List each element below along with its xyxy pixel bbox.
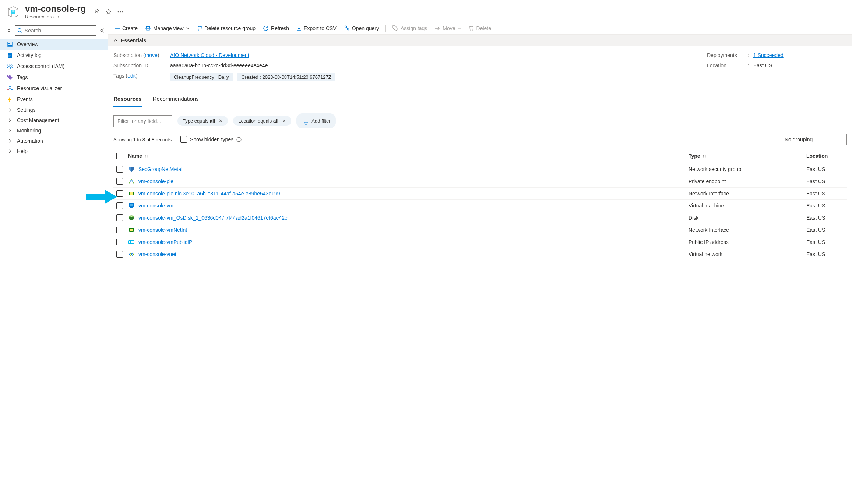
open-query-button[interactable]: Open query	[343, 25, 380, 32]
resource-link[interactable]: vm-console-vmNetInt	[138, 227, 187, 233]
pin-icon[interactable]	[94, 9, 100, 15]
tags-label: Tags (edit)	[113, 73, 164, 81]
table-row[interactable]: vm-console-plePrivate endpointEast US	[113, 175, 847, 188]
sidebar-search-input[interactable]	[25, 28, 94, 33]
edit-tags-link[interactable]: edit	[127, 73, 136, 79]
resource-link[interactable]: SecGroupNetMetal	[138, 166, 182, 172]
endpoint-icon	[128, 178, 135, 185]
events-icon	[7, 96, 13, 103]
svg-point-24	[394, 26, 394, 27]
sidebar-search[interactable]	[15, 25, 96, 36]
svg-rect-45	[132, 229, 133, 231]
sort-icon: ↑↓	[830, 154, 834, 158]
delete-rg-button[interactable]: Delete resource group	[196, 25, 257, 32]
table-row[interactable]: vm-console-vnetVirtual networkEast US	[113, 248, 847, 260]
refresh-button[interactable]: Refresh	[262, 25, 290, 32]
svg-point-15	[11, 65, 12, 66]
table-row[interactable]: vm-console-vmNetIntNetwork InterfaceEast…	[113, 224, 847, 236]
move-subscription-link[interactable]: move	[145, 52, 158, 58]
resource-type: Public IP address	[689, 239, 806, 245]
column-type[interactable]: Type↑↓	[689, 153, 806, 159]
expand-icon[interactable]	[7, 28, 12, 33]
sidebar-item-label: Events	[17, 96, 33, 102]
table-row[interactable]: vm-console-vm_OsDisk_1_0636d047f7f44ad2a…	[113, 212, 847, 224]
show-hidden-checkbox[interactable]	[180, 136, 187, 143]
svg-rect-47	[129, 241, 130, 243]
svg-rect-6	[7, 42, 13, 46]
select-all-checkbox[interactable]	[116, 153, 123, 159]
sidebar-item-resource-visualizer[interactable]: Resource visualizer	[0, 83, 108, 94]
resource-link[interactable]: vm-console-vm_OsDisk_1_0636d047f7f44ad2a…	[138, 215, 288, 221]
sidebar-item-settings[interactable]: Settings	[0, 105, 108, 115]
sidebar-item-events[interactable]: Events	[0, 94, 108, 105]
sidebar-item-tags[interactable]: Tags	[0, 72, 108, 83]
resource-link[interactable]: vm-console-vmPublicIP	[138, 239, 192, 245]
collapse-sidebar-icon[interactable]	[99, 28, 105, 33]
svg-rect-9	[8, 45, 12, 46]
row-checkbox[interactable]	[116, 251, 123, 258]
close-icon[interactable]: ✕	[219, 118, 223, 124]
subscription-link[interactable]: AfO Network Cloud - Development	[170, 52, 249, 58]
essentials-toggle[interactable]: Essentials	[108, 35, 852, 46]
tab-recommendations[interactable]: Recommendations	[153, 96, 199, 107]
svg-point-16	[8, 75, 9, 76]
create-button[interactable]: Create	[113, 25, 138, 32]
row-checkbox[interactable]	[116, 202, 123, 209]
info-icon[interactable]	[236, 137, 242, 142]
sidebar-item-access-control-iam-[interactable]: Access control (IAM)	[0, 61, 108, 72]
sidebar-item-label: Tags	[17, 74, 28, 80]
svg-point-2	[120, 11, 121, 12]
sidebar-item-overview[interactable]: Overview	[0, 39, 108, 50]
row-checkbox[interactable]	[116, 214, 123, 221]
sidebar-item-help[interactable]: Help	[0, 146, 108, 156]
filter-input[interactable]	[113, 115, 172, 127]
resource-link[interactable]: vm-console-vnet	[138, 251, 176, 257]
sidebar-item-monitoring[interactable]: Monitoring	[0, 125, 108, 136]
svg-point-51	[133, 254, 134, 255]
filter-pill-type[interactable]: Type equals all✕	[177, 116, 228, 126]
chevron-right-icon	[7, 108, 13, 112]
vnet-icon	[128, 251, 135, 258]
manage-view-button[interactable]: Manage view	[144, 25, 190, 32]
table-row[interactable]: vm-console-vmPublicIPPublic IP addressEa…	[113, 236, 847, 248]
page-title: vm-console-rg	[25, 4, 86, 14]
sidebar-item-automation[interactable]: Automation	[0, 136, 108, 146]
row-checkbox[interactable]	[116, 239, 123, 245]
add-filter-button[interactable]: ⁺▽Add filter	[296, 113, 335, 128]
row-checkbox[interactable]	[116, 166, 123, 173]
svg-point-50	[129, 254, 130, 255]
sidebar-item-cost-management[interactable]: Cost Management	[0, 115, 108, 125]
essentials-panel: Subscription (move) : AfO Network Cloud …	[108, 46, 852, 89]
table-row[interactable]: vm-console-ple.nic.3e101a6b-e811-44af-a5…	[113, 188, 847, 200]
sidebar-item-label: Cost Management	[17, 117, 59, 123]
svg-rect-37	[131, 207, 132, 207]
export-csv-button[interactable]: Export to CSV	[296, 25, 337, 32]
tag-chip[interactable]: CleanupFrequency : Daily	[170, 73, 233, 81]
column-location[interactable]: Location↑↓	[806, 153, 847, 159]
tab-resources[interactable]: Resources	[113, 96, 142, 107]
row-checkbox[interactable]	[116, 178, 123, 185]
resource-link[interactable]: vm-console-ple.nic.3e101a6b-e811-44af-a5…	[138, 191, 280, 196]
column-name[interactable]: Name↑↓	[128, 153, 689, 159]
close-icon[interactable]: ✕	[282, 118, 286, 124]
row-checkbox[interactable]	[116, 227, 123, 233]
svg-rect-34	[132, 192, 133, 195]
table-row[interactable]: SecGroupNetMetalNetwork security groupEa…	[113, 163, 847, 175]
resource-link[interactable]: vm-console-vm	[138, 203, 173, 209]
resource-link[interactable]: vm-console-ple	[138, 178, 173, 184]
tag-chip[interactable]: Created : 2023-08-08T14:51:20.6767127Z	[237, 73, 335, 81]
sidebar-item-activity-log[interactable]: Activity log	[0, 50, 108, 61]
location-value: East US	[753, 63, 772, 68]
sidebar-item-label: Monitoring	[17, 128, 41, 134]
star-icon[interactable]	[106, 9, 112, 15]
grouping-select[interactable]: No grouping	[781, 134, 847, 145]
svg-rect-27	[239, 139, 239, 141]
resource-location: East US	[806, 203, 847, 209]
svg-point-1	[118, 11, 119, 12]
deployments-link[interactable]: 1 Succeeded	[753, 52, 784, 58]
table-row[interactable]: vm-console-vmVirtual machineEast US	[113, 200, 847, 212]
more-icon[interactable]	[117, 11, 123, 13]
filter-pill-location[interactable]: Location equals all✕	[233, 116, 291, 126]
row-checkbox[interactable]	[116, 190, 123, 197]
sidebar-item-label: Activity log	[17, 52, 42, 58]
